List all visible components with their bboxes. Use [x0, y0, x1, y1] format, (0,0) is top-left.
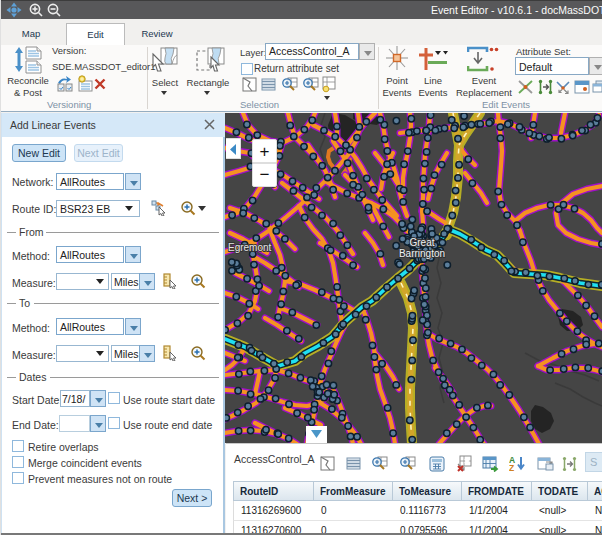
svg-text:Egremont: Egremont [228, 242, 272, 253]
svg-text:Barrington: Barrington [399, 248, 445, 259]
svg-text:Great: Great [409, 237, 434, 248]
svg-text:Z: Z [509, 463, 514, 472]
